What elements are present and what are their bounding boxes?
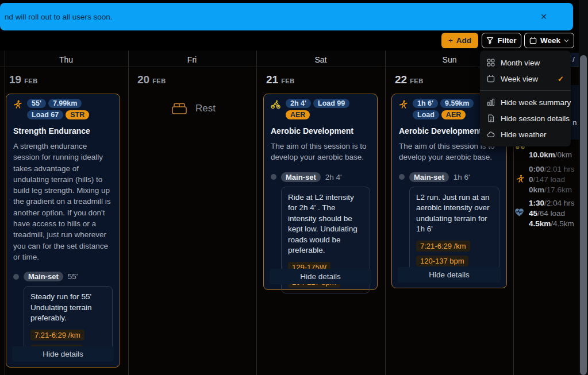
menu-item-label: Hide week summary [501, 98, 571, 107]
date-label-21: 21 FEB [266, 74, 295, 86]
distance-badge: 9.59km [440, 99, 474, 108]
clipped-text-fragment: / [572, 55, 575, 64]
day-header-sun: Sun [443, 55, 457, 64]
session-type-badge: STR [66, 110, 89, 119]
funnel-icon [486, 37, 494, 44]
duration-badge: 1h 6' [413, 99, 438, 108]
session-description: A strength endurance session for running… [13, 141, 113, 262]
hide-details-button[interactable]: Hide details [12, 346, 114, 362]
heart-pulse-icon [514, 208, 524, 219]
menu-item-week-view[interactable]: Week view ✓ [480, 71, 571, 87]
check-icon: ✓ [558, 75, 564, 83]
set-label: Main-set [24, 272, 63, 281]
total-time-stat: 1:30/2:04 hrs [529, 199, 575, 207]
close-icon[interactable]: ✕ [540, 12, 547, 21]
ride-distance-stat: 10.0km/0km [529, 150, 572, 159]
announcement-banner: nd will roll out to all users soon. ✕ [0, 3, 573, 30]
week-view-button-label: Week [540, 36, 560, 45]
session-card-sat[interactable]: 2h 4' Load 99 AER Aerobic Development Th… [263, 94, 378, 290]
load-badge: Load 67 [27, 110, 63, 119]
set-duration: 55' [68, 272, 78, 281]
clipped-panel-sliver [571, 85, 579, 140]
run-load-stat: 0/147 load [529, 175, 565, 184]
filter-button-label: Filter [497, 36, 516, 45]
duration-badge: 55' [27, 99, 46, 108]
chevron-down-icon [564, 39, 569, 42]
session-type-badge: AER [286, 110, 310, 119]
set-label: Main-set [281, 172, 321, 182]
main-set-row: Main-set 55' [13, 272, 113, 281]
hide-details-button[interactable]: Hide details [398, 267, 501, 283]
runner-icon [516, 175, 524, 185]
day-header-sat: Sat [314, 55, 326, 64]
menu-item-month-view[interactable]: Month view [480, 55, 571, 71]
stat-value: 0:00 [529, 165, 544, 173]
rest-label: Rest [195, 103, 216, 114]
date-label-19: 19 FEB [9, 74, 38, 86]
set-bullet-icon [271, 174, 276, 180]
menu-item-hide-session-details[interactable]: Hide session details [480, 110, 571, 126]
hide-details-button[interactable]: Hide details [270, 269, 371, 284]
clipped-text-fragment: n [572, 118, 577, 127]
bar-chart-icon [487, 98, 495, 106]
date-label-20: 20 FEB [137, 74, 166, 86]
cyclist-icon [271, 100, 280, 111]
bed-icon [171, 101, 188, 116]
load-badge: Load 99 [313, 99, 349, 108]
set-label: Main-set [409, 172, 449, 182]
stat-value: 1:30 [529, 199, 544, 207]
date-number: 19 [9, 74, 21, 86]
date-month: FEB [281, 78, 295, 84]
calendar-icon [487, 75, 495, 83]
stat-target: /147 load [533, 175, 566, 184]
document-icon [487, 114, 495, 122]
scrollbar-thumb[interactable] [580, 55, 587, 375]
day-header-fri: Fri [187, 55, 197, 64]
stat-target: /2:01 hrs [544, 165, 575, 173]
menu-item-label: Week view [501, 75, 552, 83]
workout-step-box: L2 run. Just run at an aerobic intensity… [409, 187, 499, 272]
menu-item-label: Month view [501, 59, 564, 67]
session-description: The aim of this session is to develop yo… [271, 141, 370, 163]
date-month: FEB [24, 78, 38, 84]
main-set-row: Main-set 2h 4' [271, 172, 370, 182]
plus-icon: + [448, 36, 453, 45]
session-card-thu[interactable]: 55' 7.99km Load 67 STR Strength Enduranc… [6, 94, 120, 368]
main-set-row: Main-set 1h 6' [399, 172, 499, 182]
date-number: 20 [137, 74, 149, 86]
column-divider [5, 51, 5, 375]
step-text: Ride at L2 intensity for 2h 4' . The int… [288, 192, 363, 256]
stat-value: 10.0km [529, 150, 555, 159]
date-number: 22 [395, 74, 407, 86]
stat-value: 4.5km [529, 219, 551, 228]
runner-icon [399, 100, 408, 111]
date-label-22: 22 FEB [395, 74, 424, 86]
month-grid-icon [487, 59, 495, 67]
run-time-stat: 0:00/2:01 hrs [529, 165, 575, 173]
menu-item-hide-week-summary[interactable]: Hide week summary [480, 94, 571, 110]
stat-target: /64 load [537, 209, 565, 218]
runner-icon [13, 100, 22, 111]
distance-badge: 7.99km [48, 99, 82, 108]
duration-badge: 2h 4' [286, 99, 311, 108]
total-distance-stat: 4.5km/4.5km [529, 219, 574, 228]
filter-button[interactable]: Filter [482, 33, 521, 48]
calendar-icon [529, 37, 537, 44]
session-type-badge: AER [441, 110, 466, 119]
week-view-button[interactable]: Week [524, 33, 574, 48]
total-load-stat: 45/64 load [529, 209, 565, 218]
menu-divider [480, 90, 571, 91]
column-divider [385, 51, 386, 375]
date-month: FEB [152, 78, 166, 84]
step-text: Steady run for 55' Undulating terrain pr… [30, 292, 106, 324]
date-number: 21 [266, 74, 278, 86]
menu-item-hide-weather[interactable]: Hide weather [480, 126, 571, 142]
add-button[interactable]: + Add [441, 33, 478, 48]
stat-value: 0 [529, 175, 533, 184]
day-header-thu: Thu [59, 55, 73, 64]
set-duration: 1h 6' [454, 173, 470, 181]
stat-target: /17.6km [544, 185, 572, 194]
session-title: Aerobic Development [271, 126, 370, 136]
rest-day: Rest [171, 101, 216, 116]
set-duration: 2h 4' [325, 173, 342, 181]
